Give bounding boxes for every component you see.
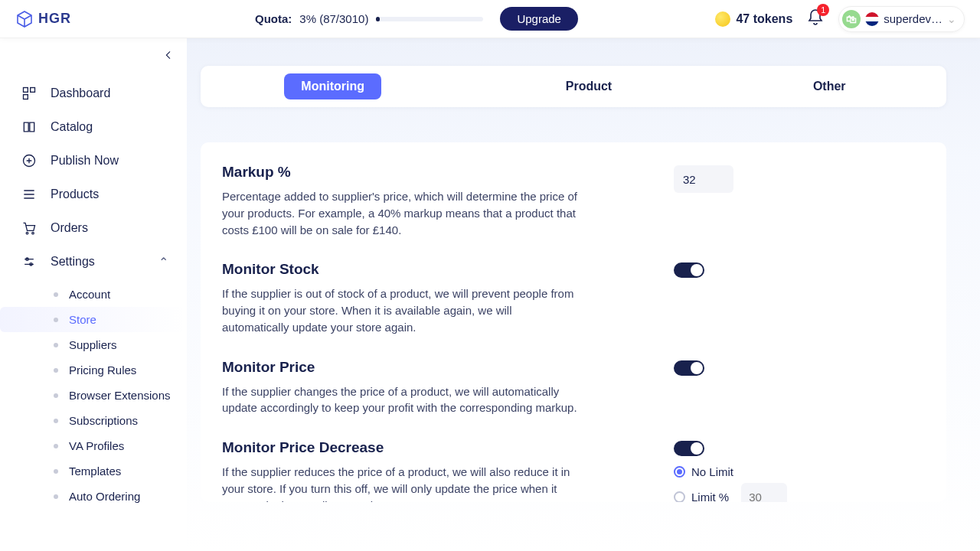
chevron-up-icon: ⌃ [158,255,168,269]
store-icon: 🛍 [842,10,861,28]
markup-desc: Percentage added to supplier's price, wh… [222,188,582,238]
sub-account[interactable]: Account [0,282,187,307]
tab-monitoring[interactable]: Monitoring [284,73,381,99]
tab-other[interactable]: Other [796,73,863,99]
sub-pricing-rules[interactable]: Pricing Rules [0,357,187,383]
monitor-price-decrease-toggle[interactable] [674,441,704,456]
monitor-stock-title: Monitor Stock [222,261,582,278]
setting-monitor-price-decrease: Monitor Price Decrease If the supplier r… [222,439,910,502]
sub-subscriptions[interactable]: Subscriptions [0,408,187,433]
tokens-text: 47 tokens [736,12,792,26]
quota-bar [376,17,483,21]
chevron-left-icon [162,49,175,61]
quota-label: Quota: [255,12,292,25]
main-content: Monitoring Product Other Markup % Percen… [187,38,980,551]
monitor-price-decrease-desc: If the supplier reduces the price of a p… [222,464,582,502]
nav-settings[interactable]: Settings ⌃ [0,245,187,279]
notif-badge: 1 [817,4,829,16]
monitoring-card: Markup % Percentage added to supplier's … [201,142,946,502]
settings-submenu: Account Store Suppliers Pricing Rules Br… [0,282,187,509]
notifications-button[interactable]: 1 [806,8,825,30]
monitor-price-toggle[interactable] [674,360,704,376]
brand-text: HGR [38,11,71,27]
chevron-down-icon: ⌄ [947,13,956,25]
publish-icon [21,153,37,168]
upgrade-button[interactable]: Upgrade [500,7,578,31]
sub-suppliers[interactable]: Suppliers [0,332,187,357]
nav-products[interactable]: Products [0,178,187,211]
nav-catalog[interactable]: Catalog [0,110,187,144]
nav-dashboard[interactable]: Dashboard [0,77,187,110]
brand-logo[interactable]: HGR [15,10,71,28]
limit-percent-input[interactable] [741,483,787,502]
sub-templates[interactable]: Templates [0,458,187,484]
header: HGR Quota: 3% (87/3010) Upgrade 47 token… [0,0,980,38]
sub-va-profiles[interactable]: VA Profiles [0,433,187,458]
nav-publish-now[interactable]: Publish Now [0,144,187,178]
radio-on-icon [674,466,685,478]
setting-markup: Markup % Percentage added to supplier's … [222,164,910,238]
collapse-sidebar-button[interactable] [161,47,176,63]
flag-icon [865,12,879,26]
radio-no-limit[interactable]: No Limit [674,465,796,478]
radio-limit[interactable]: Limit % [674,483,796,502]
quota: Quota: 3% (87/3010) [255,12,483,25]
svg-rect-1 [31,88,35,93]
nav-orders[interactable]: Orders [0,211,187,245]
monitor-price-decrease-title: Monitor Price Decrease [222,439,582,456]
sub-auto-ordering[interactable]: Auto Ordering [0,484,187,509]
settings-icon [21,254,37,269]
sidebar: Dashboard Catalog Publish Now Products O… [0,38,187,551]
svg-point-4 [26,232,28,234]
monitor-stock-desc: If the supplier is out of stock of a pro… [222,285,582,335]
monitor-price-title: Monitor Price [222,359,582,376]
coin-icon [715,11,730,27]
monitor-price-desc: If the supplier changes the price of a p… [222,383,582,417]
monitor-stock-toggle[interactable] [674,262,704,278]
svg-rect-2 [24,95,28,99]
quota-value: 3% (87/3010) [299,12,368,25]
orders-icon [21,220,37,236]
svg-point-5 [32,232,34,234]
cube-icon [15,10,34,28]
markup-input[interactable] [674,165,733,193]
setting-monitor-stock: Monitor Stock If the supplier is out of … [222,261,910,335]
user-menu[interactable]: 🛍 superdev… ⌄ [838,6,965,32]
settings-tabbar: Monitoring Product Other [201,66,946,107]
products-icon [21,187,37,202]
radio-off-icon [674,491,685,503]
tokens-chip[interactable]: 47 tokens [715,11,792,27]
username: superdev… [884,12,942,25]
sub-store[interactable]: Store [0,307,187,332]
sub-browser-extensions[interactable]: Browser Extensions [0,383,187,408]
catalog-icon [21,119,37,135]
markup-title: Markup % [222,164,582,181]
setting-monitor-price: Monitor Price If the supplier changes th… [222,359,910,417]
tab-product[interactable]: Product [549,73,629,99]
svg-rect-0 [24,88,28,93]
dashboard-icon [21,86,37,101]
